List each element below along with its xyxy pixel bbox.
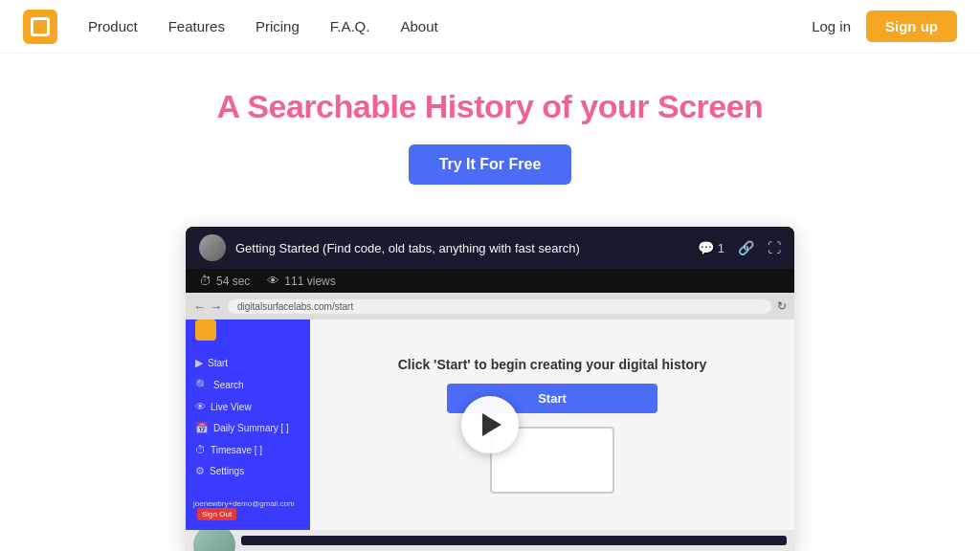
avatar-image xyxy=(199,234,226,261)
clock-icon: ⏱ xyxy=(199,274,212,288)
start-icon: ▶ xyxy=(195,357,203,369)
sidebar-item-liveview[interactable]: 👁 Live View xyxy=(186,396,310,417)
duration-item: ⏱ 54 sec xyxy=(199,274,250,288)
browser-nav: ← → xyxy=(193,299,222,314)
sidebar-item-start[interactable]: ▶ Start xyxy=(186,352,310,374)
video-container: Getting Started (Find code, old tabs, an… xyxy=(186,227,794,551)
signup-button[interactable]: Sign up xyxy=(866,11,957,42)
start-instruction: Click 'Start' to begin creating your dig… xyxy=(398,357,707,372)
app-sidebar: ▶ Start 🔍 Search 👁 Live View 📅 Daily Sum… xyxy=(186,320,310,530)
liveview-icon: 👁 xyxy=(195,401,206,412)
sidebar-label-search: Search xyxy=(213,380,244,390)
nav-features[interactable]: Features xyxy=(168,18,225,34)
video-topbar: Getting Started (Find code, old tabs, an… xyxy=(186,227,794,269)
nav-links: Product Features Pricing F.A.Q. About xyxy=(88,18,812,34)
app-area: ▶ Start 🔍 Search 👁 Live View 📅 Daily Sum… xyxy=(186,320,794,530)
sidebar-item-settings[interactable]: ⚙ Settings xyxy=(186,460,310,482)
forward-icon[interactable]: → xyxy=(210,299,222,314)
bottom-bar xyxy=(241,536,787,545)
nav-pricing[interactable]: Pricing xyxy=(256,18,300,34)
settings-icon: ⚙ xyxy=(195,465,205,477)
logo[interactable] xyxy=(23,10,57,44)
sidebar-item-timesave[interactable]: ⏱ Timesave [ ] xyxy=(186,439,310,460)
channel-avatar xyxy=(199,234,226,261)
nav-faq[interactable]: F.A.Q. xyxy=(330,18,370,34)
sidebar-footer: joenewbry+demo@gmail.com Sign Out xyxy=(186,496,310,524)
video-meta: ⏱ 54 sec 👁 111 views xyxy=(186,269,794,293)
expand-icon[interactable]: ⛶ xyxy=(768,240,781,255)
link-icon[interactable]: 🔗 xyxy=(738,240,754,255)
sidebar-email: joenewbry+demo@gmail.com xyxy=(193,499,295,508)
comment-symbol: 💬 xyxy=(698,240,714,255)
hero-title: A Searchable History of your Screen xyxy=(19,88,961,125)
refresh-icon[interactable]: ↻ xyxy=(777,299,787,313)
sidebar-item-search[interactable]: 🔍 Search xyxy=(186,374,310,396)
logo-icon xyxy=(31,17,50,36)
sidebar-label-start: Start xyxy=(208,358,228,368)
daily-icon: 📅 xyxy=(195,422,209,434)
sidebar-label-liveview: Live View xyxy=(211,402,252,412)
play-triangle-icon xyxy=(482,413,501,436)
back-icon[interactable]: ← xyxy=(193,299,206,314)
video-icons: 💬 1 🔗 ⛶ xyxy=(698,240,781,255)
signout-button[interactable]: Sign Out xyxy=(197,508,236,520)
browser-chrome: ← → digitalsurfacelabs.com/start ↻ xyxy=(186,293,794,320)
eye-icon: 👁 xyxy=(267,274,279,288)
login-button[interactable]: Log in xyxy=(812,18,851,34)
try-free-button[interactable]: Try It For Free xyxy=(409,144,572,185)
video-title: Getting Started (Find code, old tabs, an… xyxy=(235,241,580,255)
video-info-left: Getting Started (Find code, old tabs, an… xyxy=(199,234,580,261)
nav-about[interactable]: About xyxy=(400,18,437,34)
sidebar-label-settings: Settings xyxy=(210,466,244,476)
video-bottom-partial xyxy=(186,530,794,551)
views-item: 👁 111 views xyxy=(267,274,335,288)
sidebar-logo-icon xyxy=(195,320,216,341)
search-sidebar-icon: 🔍 xyxy=(195,379,209,391)
comment-icon[interactable]: 💬 1 xyxy=(698,240,724,255)
app-main-content: Click 'Start' to begin creating your dig… xyxy=(310,320,794,530)
sidebar-label-daily: Daily Summary [ ] xyxy=(213,423,289,433)
timesave-icon: ⏱ xyxy=(195,444,206,455)
navbar: Product Features Pricing F.A.Q. About Lo… xyxy=(0,0,980,54)
comment-count: 1 xyxy=(718,241,724,255)
nav-right: Log in Sign up xyxy=(812,11,957,42)
play-button[interactable] xyxy=(461,396,519,453)
address-bar[interactable]: digitalsurfacelabs.com/start xyxy=(228,299,771,314)
view-count: 111 views xyxy=(284,275,335,288)
hero-section: A Searchable History of your Screen Try … xyxy=(0,54,980,204)
video-duration: 54 sec xyxy=(216,275,250,288)
sidebar-item-daily[interactable]: 📅 Daily Summary [ ] xyxy=(186,417,310,439)
sidebar-label-timesave: Timesave [ ] xyxy=(211,445,262,455)
nav-product[interactable]: Product xyxy=(88,18,138,34)
